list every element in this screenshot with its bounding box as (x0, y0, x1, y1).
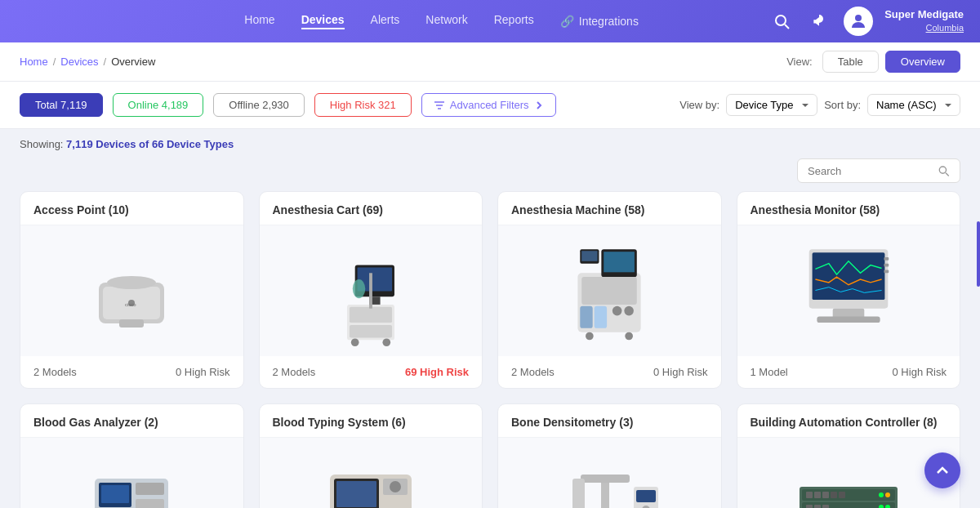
nav-home[interactable]: Home (244, 13, 274, 29)
device-card-access-point[interactable]: Access Point (10) cisco 2 Models 0 High … (20, 191, 244, 389)
svg-rect-30 (581, 306, 593, 328)
card-title: Blood Typing System (6) (260, 404, 483, 438)
svg-rect-73 (806, 492, 813, 498)
card-title: Anesthesia Machine (58) (498, 192, 721, 225)
svg-rect-40 (884, 257, 889, 261)
high-risk-count: 0 High Risk (893, 366, 947, 378)
nav-alerts[interactable]: Alerts (371, 13, 400, 29)
svg-point-23 (353, 279, 365, 298)
anesthesia-cart-image (318, 234, 424, 348)
notifications-icon-btn[interactable] (806, 8, 832, 34)
svg-rect-25 (581, 277, 637, 305)
device-card-anesthesia-machine[interactable]: Anesthesia Machine (58) (497, 191, 722, 389)
svg-rect-39 (817, 316, 880, 323)
svg-point-11 (107, 276, 156, 289)
scroll-to-top-btn[interactable] (924, 452, 960, 488)
device-card-bone-density[interactable]: Bone Densitometry (3) 1 Model 0 High Ris… (497, 403, 722, 508)
models-count: 2 Models (511, 366, 555, 378)
search-icon-btn[interactable] (768, 8, 795, 34)
svg-point-34 (586, 332, 594, 341)
svg-rect-54 (336, 481, 376, 507)
card-image (737, 225, 960, 356)
card-image: cisco (20, 225, 243, 356)
svg-rect-75 (822, 492, 829, 498)
nav-network[interactable]: Network (425, 13, 467, 29)
device-card-building-automation[interactable]: Building Automation Controller (8) (737, 403, 961, 508)
svg-rect-80 (822, 505, 829, 508)
card-title: Access Point (10) (20, 192, 243, 225)
device-card-anesthesia-monitor[interactable]: Anesthesia Monitor (58) 1 Model 0 (737, 191, 961, 389)
nav-icons: Super Medigate Columbia (768, 7, 964, 36)
breadcrumb-current: Overview (111, 56, 155, 68)
svg-text:cisco: cisco (125, 302, 136, 307)
models-count: 2 Models (33, 366, 77, 378)
view-label: View: (786, 56, 813, 68)
high-risk-count: 69 High Risk (405, 366, 469, 378)
advanced-filters-btn[interactable]: Advanced Filters (421, 93, 556, 117)
nav-integrations[interactable]: 🔗 Integrations (560, 13, 639, 29)
view-by-select[interactable]: Device Type (726, 94, 817, 116)
user-avatar[interactable] (844, 7, 873, 36)
card-image (498, 225, 721, 356)
device-card-blood-gas[interactable]: Blood Gas Analyzer (2) 1 Model 0 High Ri… (20, 403, 244, 508)
svg-rect-76 (831, 492, 837, 498)
svg-point-0 (776, 16, 786, 25)
nav-devices[interactable]: Devices (301, 13, 345, 29)
svg-point-81 (879, 492, 884, 497)
avatar-icon (849, 11, 868, 31)
breadcrumb-home[interactable]: Home (20, 56, 48, 68)
breadcrumb-sep-2: / (104, 56, 107, 68)
device-card-blood-typing[interactable]: Blood Typing System (6) 2 Models 0 High … (259, 403, 483, 508)
svg-line-1 (785, 25, 789, 29)
chevron-up-icon (934, 462, 951, 479)
svg-rect-64 (581, 475, 630, 483)
sort-by-select[interactable]: Name (ASC) (867, 94, 960, 116)
svg-point-6 (940, 167, 947, 173)
svg-rect-20 (369, 273, 372, 308)
table-view-btn[interactable]: Table (822, 51, 879, 73)
breadcrumb-bar: Home / Devices / Overview View: Table Ov… (0, 42, 980, 82)
models-count: 1 Model (751, 366, 788, 378)
svg-rect-31 (595, 306, 607, 328)
blood-typing-image (318, 454, 424, 508)
svg-rect-77 (839, 492, 845, 498)
building-automation-image (791, 454, 906, 508)
breadcrumb-devices[interactable]: Devices (60, 56, 98, 68)
navbar: Home Devices Alerts Network Reports 🔗 In… (0, 0, 980, 42)
svg-point-35 (626, 332, 634, 341)
blood-gas-image (78, 454, 185, 508)
svg-rect-41 (884, 264, 889, 267)
overview-view-btn[interactable]: Overview (885, 51, 960, 73)
user-org: Columbia (884, 22, 964, 33)
svg-rect-65 (572, 479, 585, 508)
nav-links: Home Devices Alerts Network Reports 🔗 In… (114, 13, 768, 29)
offline-btn[interactable]: Offline 2,930 (213, 93, 304, 117)
card-image (20, 438, 243, 508)
search-icon (938, 164, 950, 177)
card-title: Building Automation Controller (8) (737, 404, 960, 438)
svg-line-7 (946, 173, 949, 176)
search-input[interactable] (808, 165, 938, 177)
svg-point-56 (390, 481, 401, 492)
nav-reports[interactable]: Reports (494, 13, 534, 29)
chevron-right-icon (534, 100, 544, 110)
svg-rect-16 (350, 325, 392, 337)
access-point-image: cisco (74, 238, 189, 344)
view-by-label: View by: (679, 99, 719, 111)
devices-grid: Access Point (10) cisco 2 Models 0 High … (0, 191, 980, 508)
card-title: Anesthesia Cart (69) (260, 192, 483, 225)
device-card-anesthesia-cart[interactable]: Anesthesia Cart (69) 2 Models (259, 191, 483, 389)
total-btn[interactable]: Total 7,119 (20, 93, 103, 117)
svg-rect-27 (604, 252, 635, 272)
highrisk-btn[interactable]: High Risk 321 (314, 93, 412, 117)
online-btn[interactable]: Online 4,189 (113, 93, 204, 117)
search-row (0, 150, 980, 191)
svg-point-32 (612, 306, 622, 316)
bone-density-image (556, 454, 662, 508)
svg-rect-74 (814, 492, 821, 498)
breadcrumb-sep-1: / (53, 56, 56, 68)
card-image (260, 438, 483, 508)
svg-rect-67 (636, 490, 656, 502)
svg-point-2 (855, 15, 862, 21)
view-toggle: View: Table Overview (786, 51, 960, 73)
